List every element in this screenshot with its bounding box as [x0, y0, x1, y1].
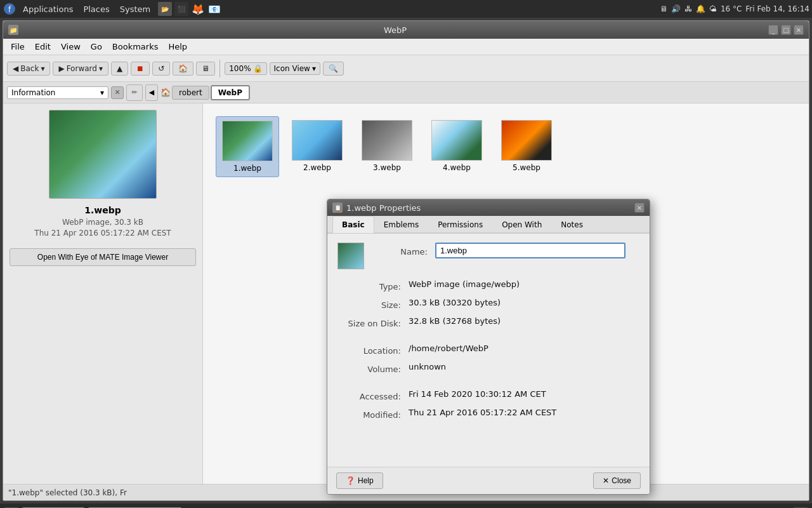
home-button[interactable]: 🏠 — [173, 62, 193, 76]
panel-close-button[interactable]: ✕ — [111, 86, 124, 99]
open-with-button[interactable]: Open With Eye of MATE Image Viewer — [10, 248, 196, 266]
help-label: Help — [358, 476, 374, 485]
volume-icon[interactable]: 🔊 — [671, 4, 681, 13]
search-button[interactable]: 🔍 — [323, 62, 344, 76]
dialog-close-button[interactable]: ✕ — [634, 203, 645, 213]
weather-icon[interactable]: 🌤 — [709, 4, 717, 13]
tab-permissions[interactable]: Permissions — [428, 216, 492, 233]
file-thumb-5 — [501, 120, 552, 161]
applications-menu[interactable]: Applications — [19, 3, 77, 15]
computer-icon: 🖥 — [202, 64, 209, 73]
size-row: Size: 30.3 kB (30320 bytes) — [337, 298, 639, 310]
modified-label: Modified: — [337, 408, 401, 420]
help-button[interactable]: ❓ Help — [336, 472, 383, 489]
toolbar-separator — [219, 60, 220, 77]
breadcrumb-robert[interactable]: robert — [172, 86, 209, 100]
reload-icon: ↺ — [158, 64, 164, 73]
location-label: Location: — [337, 344, 401, 356]
view-selector[interactable]: Icon View ▾ — [270, 62, 320, 75]
fedora-icon[interactable]: f — [3, 2, 16, 16]
forward-button[interactable]: ▶ Forward ▾ — [53, 62, 108, 76]
back-dropdown-icon[interactable]: ▾ — [41, 64, 44, 73]
tab-open-with[interactable]: Open With — [492, 216, 551, 233]
system-menu[interactable]: System — [116, 3, 154, 15]
close-label: Close — [612, 476, 631, 485]
menu-edit[interactable]: Edit — [30, 41, 56, 53]
breadcrumb-back-arrow[interactable]: ◀ — [145, 84, 158, 101]
dialog-close-footer-button[interactable]: ✕ Close — [593, 472, 641, 489]
datetime: Fri Feb 14, 16:14 — [745, 4, 809, 13]
view-dropdown-icon[interactable]: ▾ — [312, 64, 316, 73]
breadcrumb: 🏠 robert WebP — [160, 85, 805, 100]
menu-help[interactable]: Help — [163, 41, 192, 53]
file-manager-launcher[interactable]: 📂 — [158, 2, 172, 16]
terminal-launcher[interactable]: ⬛ — [174, 2, 188, 16]
bottom-spacer — [337, 426, 639, 458]
file-thumb-3 — [362, 120, 412, 161]
close-button[interactable]: ✕ — [794, 25, 804, 35]
up-arrow-icon: ▲ — [117, 64, 122, 73]
panel-meta-size: WebP image, 30.3 kB — [10, 218, 196, 227]
close-x-icon: ✕ — [603, 476, 609, 485]
zoom-lock-icon: 🔒 — [253, 64, 263, 73]
forward-dropdown-icon[interactable]: ▾ — [99, 64, 103, 73]
back-button[interactable]: ◀ Back ▾ — [7, 62, 50, 76]
help-icon: ❓ — [346, 476, 355, 485]
file-item-4[interactable]: 4.webp — [425, 116, 488, 177]
breadcrumb-webp[interactable]: WebP — [211, 85, 250, 100]
minimize-button[interactable]: _ — [768, 25, 778, 35]
computer-button[interactable]: 🖥 — [196, 62, 215, 76]
size-value: 30.3 kB (30320 bytes) — [409, 298, 639, 307]
panel-dropdown-icon[interactable]: ▾ — [100, 88, 104, 97]
type-label: Type: — [337, 279, 401, 291]
spacer-2 — [337, 380, 639, 389]
home-icon: 🏠 — [178, 64, 188, 73]
location-value: /home/robert/WebP — [409, 344, 639, 353]
network-icon[interactable]: 🖧 — [684, 4, 692, 13]
accessed-label: Accessed: — [337, 389, 401, 401]
notification-icon[interactable]: 🔔 — [696, 4, 705, 13]
tab-notes[interactable]: Notes — [551, 216, 593, 233]
tab-emblems[interactable]: Emblems — [374, 216, 429, 233]
stop-button[interactable]: ⏹ — [131, 62, 150, 76]
file-thumb-1 — [222, 121, 273, 161]
name-input[interactable] — [435, 243, 625, 258]
window-controls: _ □ ✕ — [768, 25, 804, 35]
menu-bookmarks[interactable]: Bookmarks — [107, 41, 164, 53]
mail-launcher[interactable]: 📧 — [207, 2, 221, 16]
tab-basic[interactable]: Basic — [332, 216, 374, 233]
menu-file[interactable]: File — [6, 41, 30, 53]
up-button[interactable]: ▲ — [111, 62, 128, 76]
size-on-disk-value: 32.8 kB (32768 bytes) — [409, 316, 639, 326]
menu-go[interactable]: Go — [86, 41, 107, 53]
location-edit-button[interactable]: ✏ — [126, 84, 143, 101]
panel-meta-date: Thu 21 Apr 2016 05:17:22 AM CEST — [10, 229, 196, 237]
places-menu[interactable]: Places — [79, 3, 113, 15]
file-thumb-4 — [431, 120, 482, 161]
view-label: Icon View — [274, 64, 310, 73]
file-item-2[interactable]: 2.webp — [285, 116, 349, 177]
menu-view[interactable]: View — [56, 41, 86, 53]
name-label: Name: — [364, 244, 428, 257]
spacer-1 — [337, 335, 639, 344]
panel-selector[interactable]: Information ▾ — [7, 86, 108, 99]
home-folder-icon: 🏠 — [160, 88, 171, 97]
zoom-control[interactable]: 100% 🔒 — [225, 62, 266, 75]
maximize-button[interactable]: □ — [781, 25, 791, 35]
type-row: Type: WebP image (image/webp) — [337, 279, 639, 291]
file-item-3[interactable]: 3.webp — [355, 116, 419, 177]
file-name-4: 4.webp — [443, 163, 471, 172]
forward-label: Forward — [67, 64, 97, 73]
window-titlebar: 📁 WebP _ □ ✕ — [3, 21, 809, 39]
reload-button[interactable]: ↺ — [152, 62, 170, 76]
file-preview — [49, 110, 157, 199]
screen-icon[interactable]: 🖥 — [660, 4, 667, 13]
statusbar-text: "1.webp" selected (30.3 kB), Fr — [8, 488, 127, 497]
taskbar-bottom: 📁 WebP 📋 1.webp Properties — [0, 504, 812, 508]
search-icon: 🔍 — [329, 64, 338, 73]
size-label: Size: — [337, 298, 401, 310]
firefox-launcher[interactable]: 🦊 — [191, 2, 205, 16]
top-menu: Applications Places System — [19, 3, 154, 15]
file-item-5[interactable]: 5.webp — [495, 116, 558, 177]
file-item-1[interactable]: 1.webp — [216, 116, 279, 177]
